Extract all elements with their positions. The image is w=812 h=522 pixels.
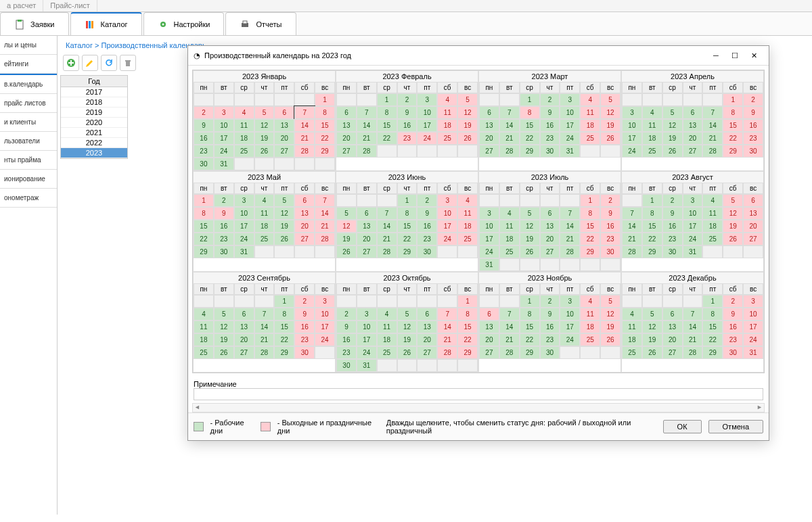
day-cell[interactable]: 17 xyxy=(743,321,763,333)
day-cell[interactable]: 15 xyxy=(723,119,743,132)
day-cell[interactable]: 12 xyxy=(274,207,294,220)
day-cell[interactable]: 11 xyxy=(194,321,214,333)
day-cell[interactable]: 19 xyxy=(336,233,357,245)
day-cell[interactable]: 17 xyxy=(683,220,703,233)
day-cell[interactable]: 16 xyxy=(417,220,437,233)
day-cell[interactable]: 4 xyxy=(437,93,457,106)
day-cell[interactable]: 13 xyxy=(662,321,683,333)
day-cell[interactable]: 20 xyxy=(274,132,294,145)
top-tab[interactable]: а расчет xyxy=(0,0,43,11)
day-cell[interactable]: 26 xyxy=(274,233,294,245)
day-cell[interactable]: 19 xyxy=(274,220,294,233)
day-cell[interactable]: 15 xyxy=(274,321,294,333)
day-cell[interactable]: 23 xyxy=(540,132,560,145)
day-cell[interactable]: 23 xyxy=(723,333,743,346)
sidebar-item[interactable]: в.календарь xyxy=(0,74,57,94)
day-cell[interactable]: 22 xyxy=(397,233,418,245)
day-cell[interactable]: 17 xyxy=(437,220,457,233)
edit-button[interactable] xyxy=(82,55,98,71)
day-cell[interactable]: 3 xyxy=(560,93,580,106)
day-cell[interactable]: 6 xyxy=(683,106,703,119)
day-cell[interactable]: 24 xyxy=(622,145,642,158)
day-cell[interactable]: 23 xyxy=(194,145,214,158)
day-cell[interactable]: 6 xyxy=(417,308,437,321)
day-cell[interactable]: 18 xyxy=(580,119,600,132)
day-cell[interactable]: 25 xyxy=(194,346,214,359)
sidebar-item[interactable]: нты прайма xyxy=(0,151,57,170)
day-cell[interactable]: 16 xyxy=(743,119,763,132)
day-cell[interactable]: 5 xyxy=(457,93,478,106)
day-cell[interactable]: 25 xyxy=(622,346,642,359)
day-cell[interactable]: 4 xyxy=(457,194,478,207)
day-cell[interactable]: 15 xyxy=(702,321,723,333)
day-cell[interactable]: 20 xyxy=(294,220,315,233)
day-cell[interactable]: 29 xyxy=(397,245,418,258)
day-cell[interactable]: 2 xyxy=(214,194,234,207)
day-cell[interactable]: 13 xyxy=(234,321,254,333)
day-cell[interactable]: 19 xyxy=(600,119,621,132)
year-item[interactable]: 2017 xyxy=(61,87,127,97)
day-cell[interactable]: 13 xyxy=(479,321,499,333)
day-cell[interactable]: 26 xyxy=(520,245,540,258)
day-cell[interactable]: 14 xyxy=(357,119,377,132)
day-cell[interactable]: 6 xyxy=(479,308,499,321)
day-cell[interactable]: 18 xyxy=(234,132,254,145)
minimize-button[interactable]: ─ xyxy=(706,49,725,62)
day-cell[interactable]: 31 xyxy=(234,245,254,258)
day-cell[interactable]: 17 xyxy=(479,233,499,245)
day-cell[interactable]: 13 xyxy=(336,119,357,132)
day-cell[interactable]: 4 xyxy=(580,93,600,106)
day-cell[interactable]: 29 xyxy=(520,346,540,359)
day-cell[interactable]: 25 xyxy=(580,132,600,145)
sidebar-item[interactable]: онометраж xyxy=(0,189,57,208)
day-cell[interactable]: 12 xyxy=(600,308,621,321)
day-cell[interactable]: 7 xyxy=(294,106,315,119)
day-cell[interactable]: 25 xyxy=(437,132,457,145)
day-cell[interactable]: 30 xyxy=(540,145,560,158)
day-cell[interactable]: 21 xyxy=(315,220,335,233)
day-cell[interactable]: 8 xyxy=(377,106,397,119)
day-cell[interactable]: 9 xyxy=(540,308,560,321)
day-cell[interactable]: 17 xyxy=(234,220,254,233)
day-cell[interactable]: 8 xyxy=(580,207,600,220)
day-cell[interactable]: 21 xyxy=(560,233,580,245)
day-cell[interactable]: 28 xyxy=(294,145,315,158)
day-cell[interactable]: 7 xyxy=(560,207,580,220)
day-cell[interactable]: 5 xyxy=(600,295,621,308)
day-cell[interactable]: 8 xyxy=(457,308,478,321)
day-cell[interactable]: 19 xyxy=(723,220,743,233)
day-cell[interactable]: 5 xyxy=(723,194,743,207)
day-cell[interactable]: 26 xyxy=(457,132,478,145)
day-cell[interactable]: 14 xyxy=(499,119,520,132)
day-cell[interactable]: 16 xyxy=(336,333,357,346)
day-cell[interactable]: 27 xyxy=(479,145,499,158)
day-cell[interactable]: 25 xyxy=(642,145,662,158)
day-cell[interactable]: 14 xyxy=(560,220,580,233)
day-cell[interactable]: 15 xyxy=(520,321,540,333)
day-cell[interactable]: 8 xyxy=(723,106,743,119)
day-cell[interactable]: 7 xyxy=(254,308,275,321)
day-cell[interactable]: 20 xyxy=(357,233,377,245)
day-cell[interactable]: 16 xyxy=(723,321,743,333)
close-button[interactable]: ✕ xyxy=(744,49,763,62)
day-cell[interactable]: 30 xyxy=(214,245,234,258)
day-cell[interactable]: 21 xyxy=(683,333,703,346)
day-cell[interactable]: 27 xyxy=(357,245,377,258)
day-cell[interactable]: 30 xyxy=(417,245,437,258)
day-cell[interactable]: 14 xyxy=(377,220,397,233)
sidebar-item[interactable]: льзователи xyxy=(0,132,57,151)
day-cell[interactable]: 12 xyxy=(642,321,662,333)
day-cell[interactable]: 16 xyxy=(294,321,315,333)
day-cell[interactable]: 8 xyxy=(315,106,335,119)
day-cell[interactable]: 11 xyxy=(377,321,397,333)
day-cell[interactable]: 14 xyxy=(294,119,315,132)
day-cell[interactable]: 28 xyxy=(560,245,580,258)
day-cell[interactable]: 17 xyxy=(357,333,377,346)
day-cell[interactable]: 28 xyxy=(702,145,723,158)
day-cell[interactable]: 10 xyxy=(560,106,580,119)
day-cell[interactable]: 25 xyxy=(234,145,254,158)
day-cell[interactable]: 19 xyxy=(457,119,478,132)
day-cell[interactable]: 27 xyxy=(336,145,357,158)
day-cell[interactable]: 7 xyxy=(702,106,723,119)
main-tab-заявки[interactable]: Заявки xyxy=(0,12,69,35)
